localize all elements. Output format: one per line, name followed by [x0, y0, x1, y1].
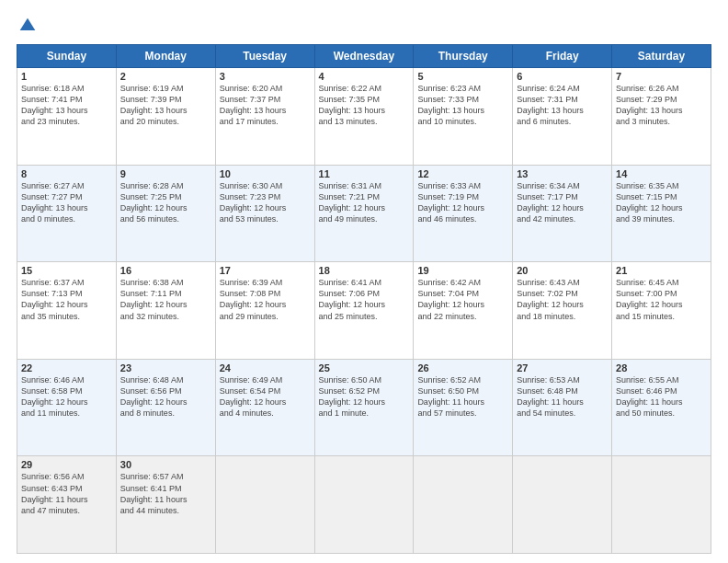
cell-info: Sunrise: 6:27 AM Sunset: 7:27 PM Dayligh…: [21, 180, 112, 225]
day-number: 26: [417, 362, 508, 373]
weekday-header-thursday: Thursday: [414, 45, 513, 68]
weekday-header-saturday: Saturday: [612, 45, 711, 68]
calendar-cell: 16Sunrise: 6:38 AM Sunset: 7:11 PM Dayli…: [116, 262, 215, 360]
cell-info: Sunrise: 6:55 AM Sunset: 6:46 PM Dayligh…: [616, 374, 707, 419]
cell-info: Sunrise: 6:49 AM Sunset: 6:54 PM Dayligh…: [220, 374, 311, 419]
day-number: 23: [120, 362, 211, 373]
cell-info: Sunrise: 6:37 AM Sunset: 7:13 PM Dayligh…: [21, 277, 112, 322]
calendar-cell: 21Sunrise: 6:45 AM Sunset: 7:00 PM Dayli…: [612, 262, 711, 360]
day-number: 21: [616, 265, 707, 276]
calendar-header-row: SundayMondayTuesdayWednesdayThursdayFrid…: [17, 45, 711, 68]
day-number: 3: [220, 71, 311, 82]
calendar-cell: 28Sunrise: 6:55 AM Sunset: 6:46 PM Dayli…: [612, 359, 711, 456]
cell-info: Sunrise: 6:35 AM Sunset: 7:15 PM Dayligh…: [616, 180, 707, 225]
calendar-cell: 13Sunrise: 6:34 AM Sunset: 7:17 PM Dayli…: [513, 165, 612, 262]
day-number: 24: [220, 362, 311, 373]
cell-info: Sunrise: 6:39 AM Sunset: 7:08 PM Dayligh…: [220, 277, 311, 322]
day-number: 18: [319, 265, 410, 276]
calendar-cell: 17Sunrise: 6:39 AM Sunset: 7:08 PM Dayli…: [215, 262, 314, 360]
cell-info: Sunrise: 6:50 AM Sunset: 6:52 PM Dayligh…: [319, 374, 410, 419]
day-number: 7: [616, 71, 707, 82]
logo-icon: [18, 17, 37, 35]
calendar-cell: 11Sunrise: 6:31 AM Sunset: 7:21 PM Dayli…: [314, 165, 414, 262]
cell-info: Sunrise: 6:34 AM Sunset: 7:17 PM Dayligh…: [517, 180, 608, 225]
logo: [17, 17, 37, 35]
day-number: 20: [517, 265, 608, 276]
calendar-cell: [215, 456, 314, 554]
calendar-cell: 5Sunrise: 6:23 AM Sunset: 7:33 PM Daylig…: [414, 68, 513, 166]
calendar-cell: 25Sunrise: 6:50 AM Sunset: 6:52 PM Dayli…: [314, 359, 414, 456]
day-number: 10: [220, 168, 311, 179]
calendar-cell: [612, 456, 711, 554]
calendar-cell: 12Sunrise: 6:33 AM Sunset: 7:19 PM Dayli…: [414, 165, 513, 262]
day-number: 12: [417, 168, 508, 179]
cell-info: Sunrise: 6:28 AM Sunset: 7:25 PM Dayligh…: [120, 180, 211, 225]
cell-info: Sunrise: 6:33 AM Sunset: 7:19 PM Dayligh…: [417, 180, 508, 225]
calendar-cell: 2Sunrise: 6:19 AM Sunset: 7:39 PM Daylig…: [116, 68, 215, 166]
day-number: 11: [319, 168, 410, 179]
day-number: 15: [21, 265, 112, 276]
calendar-cell: 14Sunrise: 6:35 AM Sunset: 7:15 PM Dayli…: [612, 165, 711, 262]
calendar-cell: 3Sunrise: 6:20 AM Sunset: 7:37 PM Daylig…: [215, 68, 314, 166]
calendar-cell: 27Sunrise: 6:53 AM Sunset: 6:48 PM Dayli…: [513, 359, 612, 456]
cell-info: Sunrise: 6:43 AM Sunset: 7:02 PM Dayligh…: [517, 277, 608, 322]
calendar-cell: [513, 456, 612, 554]
calendar-cell: 23Sunrise: 6:48 AM Sunset: 6:56 PM Dayli…: [116, 359, 215, 456]
weekday-header-tuesday: Tuesday: [215, 45, 314, 68]
cell-info: Sunrise: 6:22 AM Sunset: 7:35 PM Dayligh…: [319, 83, 410, 128]
cell-info: Sunrise: 6:57 AM Sunset: 6:41 PM Dayligh…: [120, 471, 211, 516]
weekday-header-sunday: Sunday: [17, 45, 117, 68]
day-number: 5: [417, 71, 508, 82]
cell-info: Sunrise: 6:52 AM Sunset: 6:50 PM Dayligh…: [417, 374, 508, 419]
calendar-cell: 18Sunrise: 6:41 AM Sunset: 7:06 PM Dayli…: [314, 262, 414, 360]
calendar-cell: 26Sunrise: 6:52 AM Sunset: 6:50 PM Dayli…: [414, 359, 513, 456]
cell-info: Sunrise: 6:26 AM Sunset: 7:29 PM Dayligh…: [616, 83, 707, 128]
cell-info: Sunrise: 6:41 AM Sunset: 7:06 PM Dayligh…: [319, 277, 410, 322]
day-number: 14: [616, 168, 707, 179]
cell-info: Sunrise: 6:23 AM Sunset: 7:33 PM Dayligh…: [417, 83, 508, 128]
cell-info: Sunrise: 6:20 AM Sunset: 7:37 PM Dayligh…: [220, 83, 311, 128]
day-number: 19: [417, 265, 508, 276]
day-number: 1: [21, 71, 112, 82]
cell-info: Sunrise: 6:38 AM Sunset: 7:11 PM Dayligh…: [120, 277, 211, 322]
cell-info: Sunrise: 6:24 AM Sunset: 7:31 PM Dayligh…: [517, 83, 608, 128]
cell-info: Sunrise: 6:56 AM Sunset: 6:43 PM Dayligh…: [21, 471, 112, 516]
cell-info: Sunrise: 6:46 AM Sunset: 6:58 PM Dayligh…: [21, 374, 112, 419]
calendar-cell: 9Sunrise: 6:28 AM Sunset: 7:25 PM Daylig…: [116, 165, 215, 262]
weekday-header-wednesday: Wednesday: [314, 45, 414, 68]
cell-info: Sunrise: 6:18 AM Sunset: 7:41 PM Dayligh…: [21, 83, 112, 128]
calendar-body: 1Sunrise: 6:18 AM Sunset: 7:41 PM Daylig…: [17, 68, 711, 554]
cell-info: Sunrise: 6:45 AM Sunset: 7:00 PM Dayligh…: [616, 277, 707, 322]
svg-marker-0: [20, 18, 36, 30]
day-number: 9: [120, 168, 211, 179]
day-number: 22: [21, 362, 112, 373]
calendar-cell: 19Sunrise: 6:42 AM Sunset: 7:04 PM Dayli…: [414, 262, 513, 360]
day-number: 29: [21, 459, 112, 470]
day-number: 4: [319, 71, 410, 82]
calendar-table: SundayMondayTuesdayWednesdayThursdayFrid…: [17, 44, 711, 554]
day-number: 28: [616, 362, 707, 373]
weekday-header-friday: Friday: [513, 45, 612, 68]
page: SundayMondayTuesdayWednesdayThursdayFrid…: [0, 0, 728, 563]
calendar-cell: 1Sunrise: 6:18 AM Sunset: 7:41 PM Daylig…: [17, 68, 117, 166]
calendar-cell: 4Sunrise: 6:22 AM Sunset: 7:35 PM Daylig…: [314, 68, 414, 166]
calendar-cell: 30Sunrise: 6:57 AM Sunset: 6:41 PM Dayli…: [116, 456, 215, 554]
cell-info: Sunrise: 6:30 AM Sunset: 7:23 PM Dayligh…: [220, 180, 311, 225]
calendar-cell: 22Sunrise: 6:46 AM Sunset: 6:58 PM Dayli…: [17, 359, 117, 456]
day-number: 8: [21, 168, 112, 179]
day-number: 27: [517, 362, 608, 373]
calendar-cell: [314, 456, 414, 554]
calendar-cell: [414, 456, 513, 554]
calendar-cell: 10Sunrise: 6:30 AM Sunset: 7:23 PM Dayli…: [215, 165, 314, 262]
day-number: 16: [120, 265, 211, 276]
day-number: 13: [517, 168, 608, 179]
day-number: 30: [120, 459, 211, 470]
day-number: 25: [319, 362, 410, 373]
day-number: 6: [517, 71, 608, 82]
calendar-cell: 15Sunrise: 6:37 AM Sunset: 7:13 PM Dayli…: [17, 262, 117, 360]
calendar-cell: 8Sunrise: 6:27 AM Sunset: 7:27 PM Daylig…: [17, 165, 117, 262]
cell-info: Sunrise: 6:19 AM Sunset: 7:39 PM Dayligh…: [120, 83, 211, 128]
cell-info: Sunrise: 6:42 AM Sunset: 7:04 PM Dayligh…: [417, 277, 508, 322]
cell-info: Sunrise: 6:48 AM Sunset: 6:56 PM Dayligh…: [120, 374, 211, 419]
calendar-cell: 7Sunrise: 6:26 AM Sunset: 7:29 PM Daylig…: [612, 68, 711, 166]
